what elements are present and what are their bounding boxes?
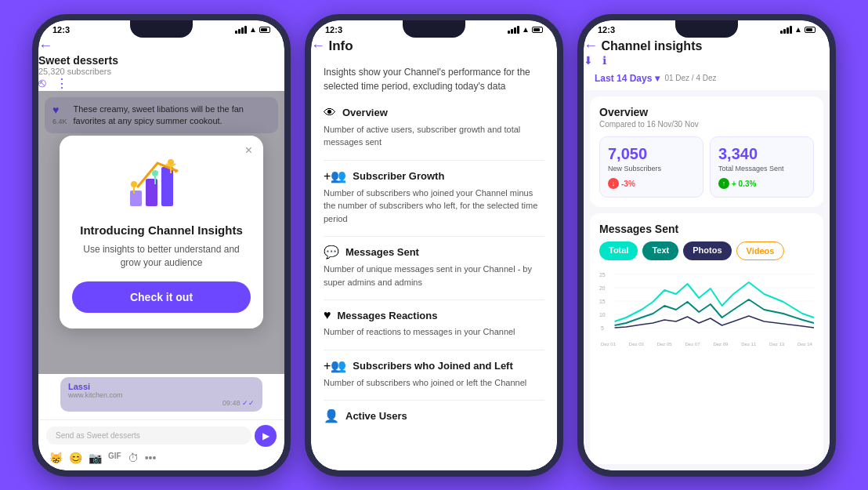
signal-icon-2 [508,26,519,34]
divider-3 [324,299,544,300]
more-options-icon[interactable]: ⋮ [56,76,68,91]
chat-header-icons: ⎋ ⋮ [38,76,284,91]
emoji-bar: 😸 😊 📷 GIF ⏱ ••• [46,450,277,466]
joined-title: Subscribers who Joined and Left [353,360,512,372]
stats-row: 7,050 New Subscribers ↓ -3% 3,340 Total … [599,136,814,198]
gif-icon[interactable]: GIF [108,452,121,464]
x-label-5: Dez 05 [657,342,672,347]
link-area: Lassi www.kitchen.com 09:48 ✓✓ [38,374,284,419]
divider-5 [324,400,544,401]
info-item-joined-header: +👥 Subscribers who Joined and Left [324,358,544,373]
chat-input[interactable]: Send as Sweet desserts [46,426,251,445]
check-it-out-button[interactable]: Check it out [72,281,251,313]
phone-3-screen: 12:3 ▲ ← Channel insights ⬇ ℹ La [584,20,830,470]
svg-text:25: 25 [599,272,606,278]
info-item-overview: 👁 Overview Number of active users, subsc… [324,106,544,149]
battery-icon-3 [805,27,816,33]
channel-info: Sweet desserts 25,320 subscribers [38,54,284,76]
wifi-icon: ▲ [249,25,257,34]
modal-close-button[interactable]: × [245,143,252,158]
status-icons-2: ▲ [508,25,543,34]
modal-overlay: × [38,91,284,374]
insights-body: Last 14 Days ▾ 01 Dez / 4 Dez Overview C… [584,67,830,470]
divider-2 [324,236,544,237]
x-label-9: Dez 09 [713,342,728,347]
change-dot-up: ↑ [718,178,729,189]
tab-text[interactable]: Text [642,241,678,260]
chat-footer: Send as Sweet desserts ▶ 😸 😊 📷 GIF ⏱ ••• [38,419,284,470]
info-item-reactions: ♥ Messages Reactions Number of reactions… [324,308,544,339]
svg-text:5: 5 [601,325,604,331]
camera-icon[interactable]: 📷 [89,452,102,464]
overview-section-title: Overview [599,106,814,118]
reactions-desc: Number of reactions to messages in your … [324,325,544,339]
active-title: Active Users [345,410,407,422]
more-icon[interactable]: ••• [145,452,157,464]
info-item-active-header: 👤 Active Users [324,408,544,423]
chat-body: ♥ 6.4K These creamy, sweet libations wil… [38,91,284,374]
svg-point-8 [168,159,174,165]
download-icon[interactable]: ⬇ [584,54,593,67]
phone-2-screen: 12:3 ▲ ← Info Insights show your Channel… [311,20,557,470]
status-icons-1: ▲ [235,25,270,34]
share-icon[interactable]: ⎋ [38,76,46,91]
insights-title: Channel insights [601,39,702,53]
channel-name: Sweet desserts [38,54,284,67]
emoji-icon[interactable]: 😊 [69,452,82,464]
chevron-down-icon: ▾ [655,73,660,84]
overview-title: Overview [342,107,388,118]
overview-section: Overview Compared to 16 Nov/30 Nov 7,050… [590,96,823,208]
info-item-joined-left: +👥 Subscribers who Joined and Left Numbe… [324,358,544,390]
message-filter-tabs: Total Text Photos Videos [599,241,814,260]
link-time: 09:48 ✓✓ [68,399,255,407]
x-label-7: Dez 07 [685,342,700,347]
joined-left-icon: +👥 [324,358,346,373]
tab-photos[interactable]: Photos [683,241,731,260]
change-dot-down: ↓ [608,178,619,189]
chat-input-row: Send as Sweet desserts ▶ [46,425,277,447]
insights-header: ← Channel insights ⬇ ℹ [584,38,830,67]
stat-change-messages: ↑ + 0.3% [718,178,805,189]
back-button[interactable]: ← [38,38,52,53]
send-button[interactable]: ▶ [255,425,277,447]
insights-back-button[interactable]: ← [584,38,598,53]
time-2: 12:3 [325,25,342,34]
signal-icon [235,26,247,34]
reactions-icon: ♥ [324,308,331,322]
channel-subscribers: 25,320 subscribers [38,67,284,76]
tab-videos[interactable]: Videos [736,241,785,260]
svg-text:20: 20 [599,285,606,291]
modal-illustration [114,151,208,214]
phone-2: 12:3 ▲ ← Info Insights show your Channel… [305,14,563,477]
date-filter-button[interactable]: Last 14 Days ▾ [595,73,660,84]
time-1: 12:3 [52,25,70,34]
stat-change-subscribers: ↓ -3% [608,178,695,189]
stat-number-messages: 3,340 [718,145,805,163]
sticker-icon[interactable]: 😸 [49,452,63,464]
svg-text:15: 15 [599,299,606,304]
growth-title: Subscriber Growth [353,170,444,182]
link-name: Lassi [68,382,255,391]
info-item-growth: +👥 Subscriber Growth Number of subscribe… [324,169,544,226]
info-header: ← Info [311,38,557,54]
info-item-overview-header: 👁 Overview [324,106,544,120]
info-icon[interactable]: ℹ [602,54,606,67]
modal-title: Introducing Channel Insights [72,223,251,237]
signal-icon-3 [780,26,792,34]
chat-header: ← Sweet desserts 25,320 subscribers ⎋ ⋮ [38,38,284,91]
stat-label-subscribers: New Subscribers [608,165,695,174]
stat-label-messages: Total Messages Sent [718,165,805,174]
svg-rect-0 [130,191,142,206]
timer-icon[interactable]: ⏱ [128,452,139,464]
insights-modal: × [60,136,263,329]
svg-text:10: 10 [599,312,606,318]
divider-1 [324,160,544,161]
info-back-button[interactable]: ← [311,38,325,53]
eye-icon: 👁 [324,106,336,120]
tab-total[interactable]: Total [599,241,638,260]
x-label-11: Dez 11 [741,342,756,347]
active-users-icon: 👤 [324,408,339,423]
phone-notch [130,20,193,38]
link-bubble: Lassi www.kitchen.com 09:48 ✓✓ [60,377,262,412]
x-label-1: Dez 01 [601,342,616,347]
